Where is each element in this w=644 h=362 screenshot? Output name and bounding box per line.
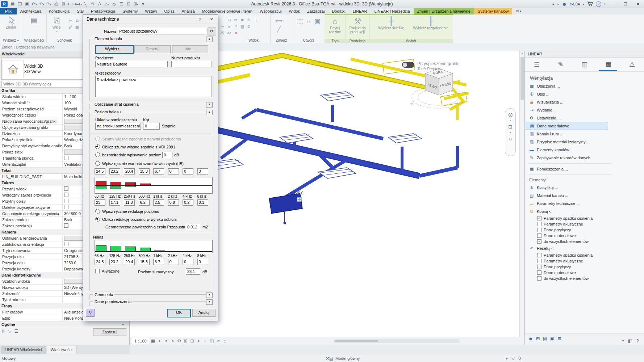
own-noise-input[interactable]: 0 bbox=[183, 168, 193, 174]
own-noise-input[interactable]: 20.4 bbox=[124, 168, 135, 174]
box3d-icon[interactable]: ▢ bbox=[252, 17, 259, 23]
tag-icon[interactable]: ⟲ bbox=[89, 1, 96, 7]
customize-qat-icon[interactable]: ▾ bbox=[139, 1, 147, 7]
filter-funnel-icon[interactable]: ▽ bbox=[511, 356, 515, 361]
reduction-input[interactable]: 17.1 bbox=[109, 199, 120, 206]
search-icon[interactable]: ⌕ bbox=[557, 2, 559, 7]
clipboard-small-icons[interactable]: ✂ ⧉ 🖉 ▦ bbox=[67, 17, 80, 30]
paste-special-icon[interactable]: ▦ bbox=[74, 24, 80, 30]
radio-producer-noise[interactable]: Szumy własne zgodnie z danymi producenta bbox=[95, 136, 181, 141]
tab-linear[interactable]: LINEAR bbox=[349, 8, 371, 14]
isolate-icon[interactable]: ◌ bbox=[202, 338, 209, 344]
select-element-button[interactable]: Wybierz ... bbox=[95, 45, 134, 54]
help-icon[interactable]: ? bbox=[596, 1, 601, 7]
steering-wheel-icon[interactable]: ◎ bbox=[508, 111, 513, 119]
modify-button[interactable]: Zmień bbox=[1, 16, 21, 29]
rendering-icon[interactable]: ⚙ bbox=[176, 338, 183, 344]
tab-contextual-orange[interactable]: Systemy kanałów bbox=[474, 8, 513, 14]
checkbox-kopiuj-dane-przylaczy[interactable]: Dane przyłączy bbox=[525, 227, 644, 233]
dialog-help-button[interactable]: ? bbox=[195, 15, 205, 24]
property-checkbox[interactable] bbox=[64, 223, 68, 228]
linear-item-dane-materialowe[interactable]: ▤Dane materiałowe bbox=[525, 122, 608, 130]
show-crop-icon[interactable]: ⊡ bbox=[189, 338, 196, 344]
save-icon[interactable]: ▣ bbox=[24, 1, 31, 7]
user-icon[interactable]: ☻ bbox=[527, 336, 534, 341]
reduction-input[interactable]: 0.1 bbox=[197, 199, 208, 206]
linear-item-resetuj[interactable]: ↶Resetuj < bbox=[525, 244, 612, 252]
viewport-horizontal-scrollbar[interactable] bbox=[333, 339, 460, 343]
columns-icon[interactable]: ▥ bbox=[573, 58, 597, 71]
dialog-close-button[interactable]: ✕ bbox=[206, 15, 217, 24]
tab-plik[interactable]: Plik bbox=[0, 8, 17, 14]
checkbox-kopiuj-do-wszystkich-elementow[interactable]: ✓do wszystkich elementów bbox=[525, 239, 644, 244]
zoom-chevron-icon[interactable]: ▾ bbox=[510, 131, 511, 135]
status-filter-area[interactable]: ▾▽0 bbox=[506, 356, 521, 361]
worksharing-icon[interactable]: ◫ bbox=[209, 338, 215, 344]
measure-line-icon[interactable]: ╱ bbox=[275, 26, 283, 35]
revit-logo-icon[interactable]: R bbox=[1, 1, 8, 7]
viewport-vertical-scrollbar[interactable]: ∧ bbox=[519, 51, 524, 337]
minimize-button[interactable]: ─ bbox=[609, 2, 618, 6]
linear-item-obliczenia[interactable]: ▦Obliczenia ... bbox=[525, 82, 612, 90]
tab-contextual-green[interactable]: Zmień | Urządzenia nawiewne bbox=[414, 8, 474, 14]
reduction-input[interactable]: 0.2 bbox=[183, 199, 193, 206]
aligned-dimension-icon[interactable]: ⟷ bbox=[67, 1, 74, 7]
undo-icon[interactable]: ↶▾ bbox=[38, 1, 45, 7]
measure-icon[interactable]: ⟺▾ bbox=[74, 1, 81, 7]
noise-result-input[interactable]: 23.2 bbox=[109, 259, 120, 265]
linear-item-zapisywanie-rekordow-danych[interactable]: ✎Zapisywanie rekordów danych ... bbox=[525, 154, 612, 162]
signed-in-user[interactable]: e-L04 bbox=[570, 2, 580, 6]
linear-item-elementy-kanalow[interactable]: ▬Elementy kanałów ... bbox=[525, 146, 612, 154]
user-menu-chevron-icon[interactable]: ▾ bbox=[583, 3, 584, 6]
wheel-chevron-icon[interactable]: ▾ bbox=[510, 119, 511, 123]
sync-icon[interactable]: ⟳▾ bbox=[31, 1, 38, 7]
selection-count[interactable]: 0 bbox=[518, 356, 521, 361]
active-workset[interactable]: Model główny bbox=[335, 356, 360, 361]
linear-item-material-kanalu[interactable]: ▤Materiał kanału ... bbox=[525, 191, 612, 199]
noise-level-collapse-button[interactable]: ▲ bbox=[206, 110, 213, 115]
visual-style-icon[interactable]: ◐ bbox=[156, 338, 163, 344]
tab-wsp-pracuj[interactable]: Współpracuj bbox=[256, 8, 285, 14]
room-data-expand-button[interactable]: ▼ bbox=[206, 299, 213, 305]
radio-manual-reduction[interactable]: Wpisz ręcznie redukcję poziomu bbox=[95, 209, 159, 214]
select-branch-button[interactable]: ┠ Wybierz rozgałęzienie bbox=[411, 17, 451, 30]
product-number-input[interactable] bbox=[171, 61, 212, 67]
reduction-input[interactable]: 6.2 bbox=[139, 199, 150, 206]
room-layout-dropdown[interactable]: na środku pomieszczeni bbox=[95, 123, 141, 130]
linear-item-wizualizacja[interactable]: ≣Wizualizacja ... bbox=[525, 98, 612, 106]
sheet-icon[interactable]: ▤ bbox=[541, 336, 549, 341]
checkbox-kopiuj-parametry-spadku-cisnienia[interactable]: ✓Parametry spadku ciśnienia bbox=[525, 215, 644, 221]
geometry-expand-button[interactable]: ▼ bbox=[206, 292, 213, 298]
open-icon[interactable]: ❒ bbox=[16, 1, 24, 7]
tab-linear-narz-dzia[interactable]: LINEAR | Narzędzia bbox=[371, 8, 413, 14]
tab-systemy[interactable]: Systemy bbox=[119, 8, 141, 14]
checkbox-resetuj-parametry-akustyczne[interactable]: Parametry akustyczne bbox=[525, 258, 644, 264]
edit-icon[interactable]: ✎ bbox=[549, 58, 573, 71]
checkbox-resetuj-do-wszystkich-elementow[interactable]: do wszystkich elementów bbox=[525, 275, 644, 281]
crop-view-icon[interactable]: ⊞ bbox=[183, 338, 189, 344]
displacement-icon[interactable]: ≋ bbox=[215, 338, 222, 344]
cope-icon[interactable]: ⌐ bbox=[219, 17, 226, 23]
tab-modelowanie-bry-owe-i-teren[interactable]: Modelowanie bryłowe i teren bbox=[198, 8, 256, 14]
ruler-icon[interactable]: ⟺ bbox=[275, 17, 283, 26]
tab-stal[interactable]: Stal bbox=[73, 8, 87, 14]
help-icon[interactable]: ? bbox=[634, 338, 641, 344]
collapse-icon[interactable]: ◂ bbox=[552, 2, 554, 6]
tab-konstrukcja[interactable]: Konstrukcja bbox=[45, 8, 73, 14]
linear-item-opis[interactable]: ①Opis ... bbox=[525, 90, 612, 98]
design-options-icon[interactable]: ▤ bbox=[329, 356, 333, 361]
noise-result-input[interactable]: 0 bbox=[197, 259, 208, 265]
hidden-line-icon[interactable]: ▤ bbox=[239, 23, 246, 30]
property-checkbox[interactable] bbox=[64, 193, 68, 197]
package-icon[interactable]: ⊞ bbox=[534, 336, 541, 341]
a-weighted-checkbox[interactable]: A-ważone bbox=[95, 269, 120, 273]
graphics-acceleration-toggle[interactable]: Przyspieszenie grafiki Tech Preview bbox=[402, 61, 459, 71]
section-icon[interactable]: ◇ bbox=[110, 1, 118, 7]
ok-button[interactable]: OK bbox=[167, 309, 191, 317]
status-worksets-area[interactable]: ⚒▤ Model główny bbox=[325, 356, 360, 361]
default-3d-view-icon[interactable]: ⌂▾ bbox=[103, 1, 110, 7]
close-button[interactable]: ✕ bbox=[633, 2, 643, 7]
sun-icon[interactable]: ☀ bbox=[619, 338, 627, 344]
tab-opisz[interactable]: Opisz bbox=[160, 8, 178, 14]
printer-icon[interactable]: ▣ bbox=[549, 336, 556, 341]
